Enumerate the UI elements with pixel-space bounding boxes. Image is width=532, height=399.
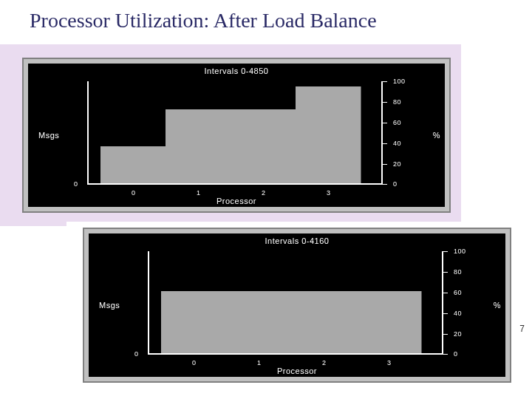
tick xyxy=(383,102,387,103)
tick xyxy=(383,184,387,185)
axis-line xyxy=(442,251,443,355)
tick xyxy=(383,164,387,165)
chart-2-rtick-60: 60 xyxy=(454,289,462,296)
chart-2-rtick-40: 40 xyxy=(454,310,462,317)
chart-2-xtick-0: 0 xyxy=(192,359,197,366)
tick xyxy=(443,293,448,293)
bar-1 xyxy=(166,109,231,183)
tick xyxy=(443,313,448,314)
chart-1-rtick-40: 40 xyxy=(393,140,401,147)
axis-line xyxy=(148,251,149,355)
tick xyxy=(383,143,387,144)
chart-1-left-axis-label: Msgs xyxy=(38,131,59,140)
chart-2-xtick-1: 1 xyxy=(257,359,262,366)
chart-1-rtick-80: 80 xyxy=(393,98,401,106)
bar-0 xyxy=(100,146,166,183)
tick xyxy=(383,81,387,82)
page-title: Processor Utilization: After Load Balanc… xyxy=(30,9,377,33)
chart-1-rtick-20: 20 xyxy=(393,160,401,168)
chart-2-rtick-20: 20 xyxy=(454,330,462,338)
bar-1 xyxy=(226,291,292,353)
chart-1-plot xyxy=(87,81,383,185)
bar-3 xyxy=(356,291,422,353)
chart-1-xtick-1: 1 xyxy=(197,189,201,197)
chart-1-rtick-60: 60 xyxy=(393,119,401,126)
tick xyxy=(443,251,448,252)
tick xyxy=(443,272,448,273)
chart-1-rtick-0: 0 xyxy=(393,180,398,188)
tick xyxy=(443,334,448,335)
chart-2-rtick-0: 0 xyxy=(454,350,458,358)
bar-3 xyxy=(296,86,361,183)
axis-line xyxy=(381,81,383,185)
chart-2-rtick-100: 100 xyxy=(454,248,466,255)
chart-2-xtick-2: 2 xyxy=(322,359,327,366)
chart-1-xtick-0: 0 xyxy=(132,189,136,197)
chart-1-xtick-3: 3 xyxy=(327,189,331,197)
bar-2 xyxy=(231,109,296,183)
axis-line xyxy=(87,183,383,185)
chart-2-left-axis-label: Msgs xyxy=(99,301,120,310)
chart-1-title: Intervals 0-4850 xyxy=(205,66,269,75)
axis-line xyxy=(87,81,89,185)
chart-1-right-axis-label: % xyxy=(433,131,440,140)
chart-2-frame: Intervals 0-4160 Msgs % Processor 0 xyxy=(83,228,511,383)
chart-1-rtick-100: 100 xyxy=(393,78,406,85)
tick xyxy=(443,354,448,355)
bar-0 xyxy=(161,291,227,353)
chart-2-right-axis-label: % xyxy=(494,301,501,310)
chart-1-frame: Intervals 0-4850 Msgs % Processor xyxy=(22,58,451,213)
chart-2-left-tick-0: 0 xyxy=(134,350,139,358)
chart-2-title: Intervals 0-4160 xyxy=(265,236,330,245)
chart-2-xtick-3: 3 xyxy=(387,359,392,366)
page-number: 7 xyxy=(519,324,525,334)
tick xyxy=(383,123,387,123)
chart-2-canvas: Intervals 0-4160 Msgs % Processor 0 xyxy=(89,233,505,377)
chart-1-xtick-2: 2 xyxy=(262,189,266,197)
chart-1-left-tick-0: 0 xyxy=(74,180,78,188)
chart-1-canvas: Intervals 0-4850 Msgs % Processor xyxy=(28,64,445,207)
chart-1-x-axis-label: Processor xyxy=(216,197,256,205)
chart-2-x-axis-label: Processor xyxy=(277,366,317,375)
chart-2-rtick-80: 80 xyxy=(454,268,462,276)
axis-line xyxy=(148,353,443,355)
slide: Processor Utilization: After Load Balanc… xyxy=(0,0,532,399)
bar-2 xyxy=(291,291,357,353)
chart-2-plot xyxy=(148,251,443,355)
